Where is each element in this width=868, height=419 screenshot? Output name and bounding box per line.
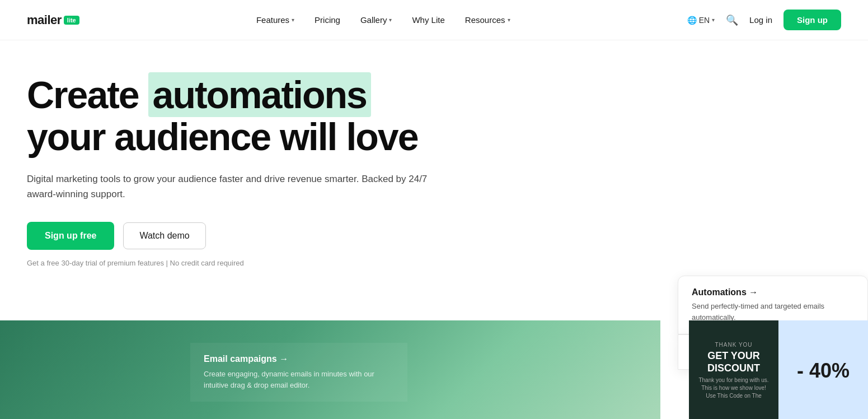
nav-resources[interactable]: Resources ▾	[465, 15, 510, 25]
login-button[interactable]: Log in	[749, 15, 772, 25]
signup-button[interactable]: Sign up	[783, 10, 841, 30]
chevron-down-icon: ▾	[712, 17, 715, 23]
email-campaigns-title: Email campaigns →	[204, 354, 394, 364]
discount-title: GET YOUR DISCOUNT	[698, 350, 770, 374]
chevron-icon: ▾	[389, 17, 392, 23]
nav-links: Features ▾ Pricing Gallery ▾ Why Lite Re…	[256, 15, 510, 25]
email-campaigns-description: Create engaging, dynamic emails in minut…	[204, 369, 394, 390]
nav-why-lite[interactable]: Why Lite	[412, 15, 444, 25]
chevron-icon: ▾	[292, 17, 294, 23]
discount-light-card: - 40%	[778, 320, 868, 419]
watch-demo-button[interactable]: Watch demo	[123, 222, 205, 249]
logo-text: mailer	[27, 13, 62, 27]
discount-label: THANK YOU	[715, 342, 752, 348]
discount-percent: - 40%	[797, 359, 850, 383]
signup-free-button[interactable]: Sign up free	[27, 222, 114, 250]
hero-subtext: Digital marketing tools to grow your aud…	[27, 171, 430, 202]
email-campaigns-card: Email campaigns → Create engaging, dynam…	[190, 343, 407, 402]
logo-badge: lite	[64, 16, 79, 25]
headline-highlight: automations	[148, 72, 371, 117]
chevron-icon: ▾	[508, 17, 510, 23]
hero-content: Create automations your audience will lo…	[27, 74, 486, 267]
globe-icon: 🌐	[687, 16, 697, 25]
language-selector[interactable]: 🌐 EN ▾	[687, 16, 715, 25]
hero-section: Create automations your audience will lo…	[0, 40, 868, 320]
discount-cards: THANK YOU GET YOUR DISCOUNT Thank you fo…	[689, 320, 868, 419]
automations-title: Automations →	[692, 287, 854, 297]
nav-right: 🌐 EN ▾ 🔍 Log in Sign up	[687, 10, 841, 30]
logo[interactable]: mailer lite	[27, 13, 79, 27]
discount-sub: Thank you for being with us. This is how…	[698, 376, 770, 400]
bottom-section: Email campaigns → Create engaging, dynam…	[0, 320, 868, 419]
nav-gallery[interactable]: Gallery ▾	[360, 15, 392, 25]
navbar: mailer lite Features ▾ Pricing Gallery ▾…	[0, 0, 868, 40]
nav-features[interactable]: Features ▾	[256, 15, 294, 25]
discount-dark-card: THANK YOU GET YOUR DISCOUNT Thank you fo…	[689, 320, 778, 419]
nav-pricing[interactable]: Pricing	[315, 15, 340, 25]
hero-headline: Create automations your audience will lo…	[27, 74, 486, 158]
search-icon[interactable]: 🔍	[726, 14, 738, 26]
hero-cta: Sign up free Watch demo	[27, 222, 486, 250]
automations-description: Send perfectly-timed and targeted emails…	[692, 301, 854, 323]
hero-note: Get a free 30-day trial of premium featu…	[27, 259, 486, 267]
